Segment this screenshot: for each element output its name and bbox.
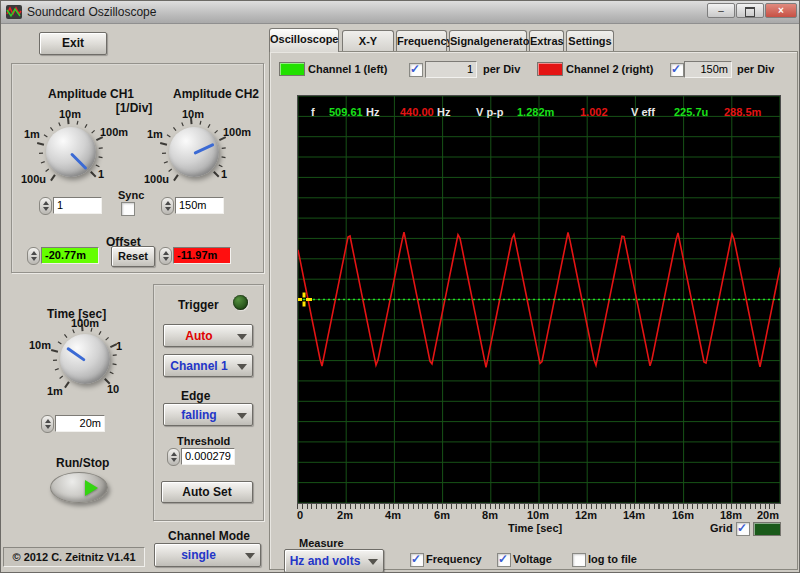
amplitude-ch1-spinner[interactable] — [39, 197, 52, 215]
run-stop-button[interactable] — [50, 472, 108, 503]
dropdown-arrow-icon — [237, 413, 247, 419]
dropdown-arrow-icon — [237, 364, 247, 370]
frequency-checkbox[interactable]: ✓ — [410, 553, 424, 567]
spinner-down-icon[interactable] — [31, 257, 37, 261]
knob-scale-label: 100m — [223, 126, 251, 138]
x-tick: 14m — [623, 509, 645, 521]
log-to-file-checkbox[interactable] — [572, 553, 586, 567]
title-bar[interactable]: Soundcard Oszilloscope – × — [1, 1, 799, 24]
exit-button[interactable]: Exit — [39, 32, 107, 55]
vpp-label: V p-p — [476, 106, 504, 118]
knob-scale-label: 10m — [59, 108, 81, 120]
hz-label: Hz — [366, 106, 379, 118]
time-value[interactable]: 20m — [55, 415, 105, 432]
ch1-name-label: Channel 1 (left) — [308, 63, 387, 75]
run-stop-label: Run/Stop — [56, 456, 109, 470]
auto-set-button[interactable]: Auto Set — [161, 481, 253, 503]
knob-scale-label: 100u — [144, 173, 169, 185]
amplitude-ch1-knob[interactable] — [46, 127, 96, 177]
measure-mode-dropdown[interactable]: Hz and volts — [284, 549, 384, 573]
check-icon: ✓ — [411, 552, 421, 566]
tab-frequency[interactable]: Frequency — [396, 30, 447, 51]
ch2-per-div-value[interactable]: 150m — [684, 61, 732, 78]
tab-extras[interactable]: Extras — [529, 30, 564, 51]
spinner-up-icon[interactable] — [165, 201, 171, 205]
grid-checkbox[interactable]: ✓ — [736, 522, 750, 536]
offset-ch1-value[interactable]: -20.77m — [41, 247, 99, 264]
ch2-per-div-label: per Div — [737, 63, 774, 75]
amplitude-ch2-knob[interactable] — [169, 127, 219, 177]
spinner-down-icon[interactable] — [163, 257, 169, 261]
spinner-up-icon[interactable] — [163, 251, 169, 255]
ch2-veff: 288.5m — [724, 106, 761, 118]
check-icon: ✓ — [737, 521, 747, 535]
ch2-color-swatch — [537, 62, 563, 76]
amplitude-ch2-label: Amplitude CH2 — [156, 87, 276, 101]
minimize-button[interactable]: – — [707, 3, 735, 18]
trigger-edge-dropdown[interactable]: falling — [163, 403, 253, 426]
copyright-label: © 2012 C. Zeitnitz V1.41 — [3, 547, 145, 567]
spinner-down-icon[interactable] — [45, 425, 51, 429]
spinner-up-icon[interactable] — [45, 419, 51, 423]
ch1-color-swatch — [279, 62, 305, 76]
window-title: Soundcard Oszilloscope — [27, 5, 156, 19]
offset-ch2-value[interactable]: -11.97m — [173, 247, 231, 264]
spinner-up-icon[interactable] — [171, 452, 177, 456]
tab-signalgenerator[interactable]: Signalgenerator — [449, 30, 527, 51]
spinner-up-icon[interactable] — [43, 201, 49, 205]
log-to-file-label: log to file — [588, 553, 637, 565]
trigger-led — [233, 295, 248, 310]
sync-checkbox[interactable] — [121, 202, 135, 216]
knob-scale-label: 10m — [182, 108, 204, 120]
ch2-enable-checkbox[interactable]: ✓ — [670, 63, 684, 77]
grid-color-swatch[interactable] — [753, 522, 781, 536]
spinner-up-icon[interactable] — [31, 251, 37, 255]
trigger-label: Trigger — [178, 298, 219, 312]
offset-ch1-spinner[interactable] — [27, 247, 40, 265]
time-knob[interactable] — [60, 334, 110, 384]
tab-settings[interactable]: Settings — [566, 30, 614, 51]
time-knob-area: 100m 1 10 1m 10m — [35, 309, 135, 409]
knob-pointer — [193, 143, 214, 155]
threshold-spinner[interactable] — [167, 448, 180, 466]
voltage-checkbox[interactable]: ✓ — [497, 553, 511, 567]
ch1-per-div-value[interactable]: 1 — [425, 61, 477, 78]
x-tick: 20m — [757, 509, 779, 521]
knob-pointer — [70, 152, 88, 170]
frequency-label: Frequency — [426, 553, 482, 565]
amplitude-ch2-knob-area: 10m 100m 1 100u 1m — [144, 102, 244, 202]
check-icon: ✓ — [671, 62, 681, 76]
play-icon — [85, 480, 98, 496]
tab-oscilloscope[interactable]: Oscilloscope — [269, 28, 339, 52]
amplitude-ch2-value[interactable]: 150m — [175, 197, 224, 214]
tab-xy-graph[interactable]: X-Y Graph — [342, 30, 394, 51]
spinner-down-icon[interactable] — [43, 207, 49, 211]
close-button[interactable]: × — [765, 3, 797, 18]
knob-scale-label: 1m — [24, 128, 40, 140]
x-tick: 0 — [297, 509, 303, 521]
amplitude-ch1-label: Amplitude CH1 — [31, 87, 151, 101]
channel-mode-dropdown[interactable]: single — [154, 543, 261, 567]
check-icon: ✓ — [498, 552, 508, 566]
knob-scale-label: 1 — [98, 168, 104, 180]
knob-scale-label: 1 — [221, 168, 227, 180]
ch1-enable-checkbox[interactable]: ✓ — [409, 63, 423, 77]
trigger-source-dropdown[interactable]: Channel 1 — [163, 354, 253, 377]
offset-reset-button[interactable]: Reset — [111, 246, 155, 267]
trigger-mode-dropdown[interactable]: Auto — [163, 324, 253, 347]
spinner-down-icon[interactable] — [165, 207, 171, 211]
dropdown-arrow-icon — [237, 334, 247, 340]
ch2-freq: 440.00 — [400, 106, 434, 118]
maximize-icon — [745, 7, 755, 17]
offset-ch2-spinner[interactable] — [159, 247, 172, 265]
spinner-down-icon[interactable] — [171, 458, 177, 462]
dropdown-arrow-icon — [245, 553, 255, 559]
amplitude-ch2-spinner[interactable] — [161, 197, 174, 215]
maximize-button[interactable] — [736, 3, 764, 18]
knob-scale-label: 1m — [47, 385, 63, 397]
channel-mode-label: Channel Mode — [168, 529, 250, 543]
threshold-value[interactable]: 0.000279 — [181, 448, 235, 465]
time-spinner[interactable] — [41, 415, 54, 433]
knob-scale-label: 10m — [29, 339, 51, 351]
amplitude-ch1-value[interactable]: 1 — [53, 197, 102, 214]
